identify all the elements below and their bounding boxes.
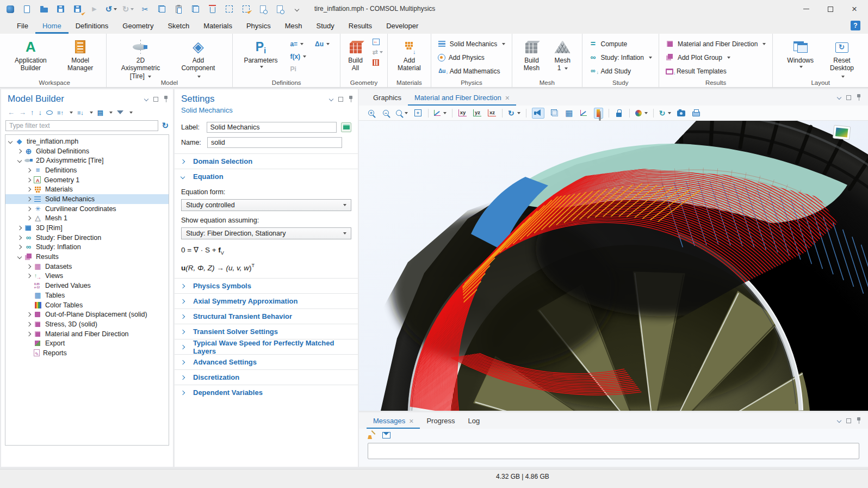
- color-theme-button[interactable]: [635, 108, 648, 119]
- new-file-button[interactable]: [22, 4, 32, 14]
- equation-form-select[interactable]: Study controlled: [181, 199, 351, 211]
- menu-tab-definitions[interactable]: Definitions: [69, 18, 116, 34]
- build-all-button[interactable]: Build All: [345, 37, 366, 74]
- tree-item-solid-mechanics[interactable]: Solid Mechanics: [5, 194, 169, 204]
- chevron-right-icon[interactable]: [17, 149, 22, 153]
- view-yz-button[interactable]: yz: [473, 108, 482, 119]
- add-mathematics-button[interactable]: Add Mathematics: [436, 64, 507, 78]
- print-button[interactable]: [691, 108, 700, 119]
- tree-item-datasets[interactable]: Datasets: [5, 262, 169, 271]
- plot-thumbnail-icon[interactable]: [833, 125, 850, 140]
- show-icon[interactable]: [46, 110, 53, 115]
- menu-tab-developer[interactable]: Developer: [379, 18, 425, 34]
- messages-tab[interactable]: Messages×: [367, 413, 420, 429]
- settings-section-discretization[interactable]: Discretization: [175, 369, 358, 385]
- rename-button[interactable]: [341, 122, 351, 132]
- back-icon[interactable]: ←: [8, 108, 15, 116]
- tree-item-stress-3d-solid[interactable]: Stress, 3D (solid): [5, 319, 169, 329]
- menu-tab-physics[interactable]: Physics: [239, 18, 278, 34]
- progress-tab[interactable]: Progress: [420, 413, 461, 429]
- chevron-right-icon[interactable]: [27, 264, 31, 269]
- chevron-down-icon[interactable]: [17, 158, 22, 163]
- chevron-down-icon[interactable]: [17, 255, 22, 259]
- paste-button[interactable]: [174, 4, 183, 14]
- zoom-extents-button[interactable]: +: [413, 108, 423, 119]
- menu-tab-file[interactable]: File: [10, 18, 35, 34]
- tree-item-derived-values[interactable]: Derived Values: [5, 281, 169, 291]
- windows-button[interactable]: Windows: [785, 37, 816, 70]
- chevron-right-icon[interactable]: [27, 331, 31, 336]
- name-input[interactable]: [207, 137, 342, 148]
- tree-item-mesh-1[interactable]: Mesh 1: [5, 214, 169, 224]
- redo-button[interactable]: [123, 4, 133, 14]
- clear-messages-icon[interactable]: [368, 431, 376, 439]
- chevron-right-icon[interactable]: [27, 312, 31, 317]
- tree-item-color-tables[interactable]: Color Tables: [5, 300, 169, 310]
- model-tree-nodes-icon[interactable]: ▤: [97, 109, 103, 116]
- add-study-button[interactable]: Add Study: [587, 64, 654, 78]
- float-panel-icon[interactable]: [846, 418, 851, 423]
- settings-section-structural-transient-behavior[interactable]: Structural Transient Behavior: [175, 308, 358, 324]
- model-manager-button[interactable]: Model Manager: [59, 37, 102, 74]
- add-component-button[interactable]: Add Component: [176, 37, 220, 82]
- move-up-icon[interactable]: ↑: [30, 108, 34, 116]
- plot-lock-button[interactable]: [615, 108, 624, 119]
- component-node-button[interactable]: 2D Axisymmetric [Tire]: [119, 37, 163, 82]
- reset-desktop-button[interactable]: Reset Desktop: [828, 37, 856, 82]
- graphics-viewport[interactable]: [359, 121, 868, 411]
- settings-section-domain-selection[interactable]: Domain Selection: [175, 153, 358, 169]
- find-button[interactable]: [258, 4, 268, 14]
- transparency-toggle[interactable]: [550, 108, 559, 119]
- clear-selection-button[interactable]: [241, 4, 251, 14]
- chevron-right-icon[interactable]: [17, 245, 22, 249]
- add-physics-button[interactable]: Add Physics: [436, 51, 507, 64]
- pin-panel-icon[interactable]: [856, 94, 861, 101]
- open-file-button[interactable]: [39, 4, 48, 14]
- tree-item-views[interactable]: Views: [5, 271, 169, 281]
- preview-button[interactable]: [275, 4, 284, 14]
- float-panel-icon[interactable]: [338, 97, 343, 102]
- collapse-all-icon[interactable]: ≡↓: [77, 109, 84, 116]
- tree-item-study-inflation[interactable]: Study: Inflation: [5, 243, 169, 252]
- copy-button[interactable]: [157, 4, 166, 14]
- tree-item-study-fiber-direction[interactable]: Study: Fiber Direction: [5, 233, 169, 243]
- tree-item-materials[interactable]: Materials: [5, 184, 169, 194]
- chevron-right-icon[interactable]: [27, 177, 31, 182]
- parts-icon[interactable]: [373, 59, 379, 66]
- functions-button[interactable]: f(x): [288, 51, 308, 63]
- tree-item-2d-axisymmetric-tire[interactable]: 2D Axisymmetric [Tire]: [5, 156, 169, 165]
- update-plot-button[interactable]: [659, 108, 672, 119]
- image-snapshot-button[interactable]: [677, 108, 686, 119]
- material-and-fiber-direction-tab[interactable]: Material and Fiber Direction×: [408, 90, 516, 106]
- duplicate-button[interactable]: [191, 4, 200, 14]
- menu-tab-sketch[interactable]: Sketch: [160, 18, 196, 34]
- chevron-down-icon[interactable]: [8, 139, 13, 144]
- tree-item-tables[interactable]: Tables: [5, 291, 169, 300]
- help-button[interactable]: ?: [851, 21, 860, 30]
- close-tab-icon[interactable]: ×: [505, 95, 510, 101]
- menu-tab-study[interactable]: Study: [309, 18, 342, 34]
- axes-toggle[interactable]: [579, 108, 588, 119]
- tree-item-global-definitions[interactable]: Global Definitions: [5, 146, 169, 156]
- zoom-in-button[interactable]: +: [367, 108, 376, 119]
- add-material-button[interactable]: Add Material: [395, 37, 423, 74]
- customize-toolbar-button[interactable]: [292, 4, 301, 14]
- add-plot-group-button[interactable]: Add Plot Group: [664, 51, 768, 64]
- tree-item-reports[interactable]: Reports: [5, 348, 169, 358]
- menu-tab-mesh[interactable]: Mesh: [278, 18, 309, 34]
- tree-item-tire-inflation-mph[interactable]: tire_inflation.mph: [5, 137, 169, 146]
- settings-section-advanced-settings[interactable]: Advanced Settings: [175, 354, 358, 369]
- chevron-right-icon[interactable]: [27, 197, 31, 201]
- parameters-button[interactable]: Parameters: [241, 37, 280, 70]
- float-panel-icon[interactable]: [153, 97, 158, 102]
- select-box-button[interactable]: [225, 4, 234, 14]
- zoom-out-button[interactable]: −: [381, 108, 390, 119]
- graphics-tab[interactable]: Graphics: [367, 90, 408, 106]
- expand-all-icon[interactable]: ≡↑: [57, 109, 64, 116]
- tree-item-material-and-fiber-direction[interactable]: Material and Fiber Direction: [5, 329, 169, 339]
- tree-item-3d-rim[interactable]: 3D [Rim]: [5, 223, 169, 233]
- panel-menu-icon[interactable]: [330, 97, 333, 101]
- run-application-button[interactable]: [90, 4, 99, 14]
- save-button[interactable]: [56, 4, 65, 14]
- close-tab-icon[interactable]: ×: [409, 418, 413, 424]
